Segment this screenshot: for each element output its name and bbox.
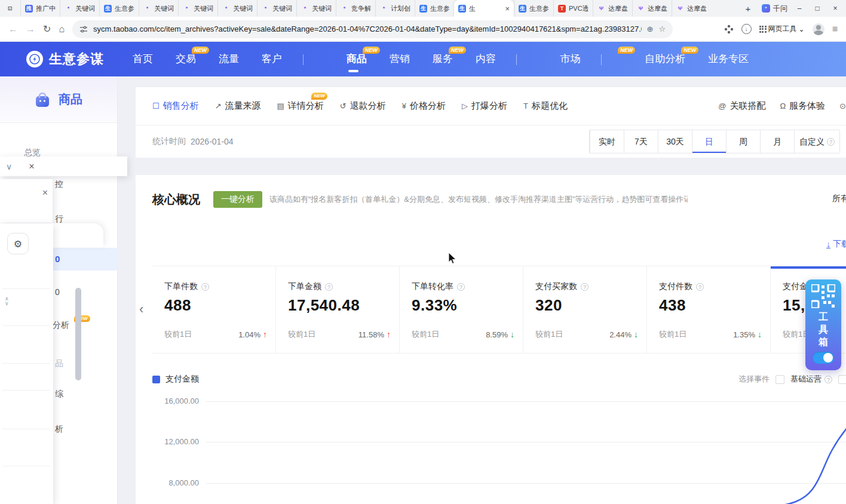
analysis-link[interactable]: ⊙: [839, 102, 846, 110]
browser-tab[interactable]: ⊡: [2, 0, 20, 17]
browser-tab[interactable]: 生 生 ×: [454, 0, 514, 17]
metric-card[interactable]: 下单件数? 488 较前1日 1.04%↑: [152, 266, 276, 353]
window-close-button[interactable]: ×: [829, 4, 841, 13]
browser-tab[interactable]: 生 生意参: [99, 0, 139, 17]
compare-label: 较前1日: [288, 329, 315, 340]
legend-label[interactable]: 支付金额: [165, 374, 199, 385]
browser-tab[interactable]: Ψ 达摩盘: [672, 0, 711, 17]
stat-date-value[interactable]: 2026-01-04: [191, 137, 234, 146]
analysis-link[interactable]: Ω 服务体验: [780, 100, 825, 112]
analysis-tab[interactable]: ☐ 销售分析: [152, 100, 199, 112]
event-checkbox[interactable]: [776, 375, 784, 384]
nav-item[interactable]: 市场 NEW: [560, 42, 622, 76]
site-settings-icon[interactable]: [79, 25, 88, 33]
browser-tab[interactable]: * 关键词: [178, 0, 217, 17]
analysis-tab[interactable]: ↺ 退款分析: [340, 100, 386, 112]
browser-tab[interactable]: 生 生意参: [415, 0, 454, 17]
browser-tab[interactable]: 生 生意参: [514, 0, 553, 17]
new-badge: NEW: [449, 47, 466, 54]
analysis-tab[interactable]: ↗ 流量来源: [215, 100, 261, 112]
extensions-icon[interactable]: [724, 24, 734, 34]
one-click-analyze-button[interactable]: 一键分析: [213, 191, 262, 208]
analysis-tab[interactable]: T 标题优化: [523, 100, 568, 112]
bookmark-star-icon[interactable]: ☆: [658, 24, 666, 33]
browser-tab[interactable]: * 关键词: [296, 0, 336, 17]
date-range-button[interactable]: 自定义 ?: [794, 130, 839, 153]
more-link[interactable]: 所有: [832, 193, 846, 204]
date-range-button[interactable]: 日: [692, 130, 726, 153]
analysis-tab[interactable]: ▤ 详情分析 NEW: [277, 100, 324, 112]
date-range-button[interactable]: 实时: [590, 130, 624, 153]
browser-tab[interactable]: * 关键词: [60, 0, 99, 17]
nav-item[interactable]: 交易 NEW: [176, 42, 196, 76]
metric-card[interactable]: 支付件数? 438 较前1日 1.35%↓: [647, 266, 771, 353]
sidebar-item-partial[interactable]: 析: [55, 424, 63, 435]
nav-item[interactable]: 营销: [390, 42, 410, 76]
nav-item[interactable]: 首页: [133, 42, 153, 76]
date-range-button[interactable]: 周: [726, 130, 760, 153]
web-tools-button[interactable]: 网页工具 ⌄: [759, 24, 805, 34]
sidebar-item-partial[interactable]: 品: [55, 358, 63, 369]
address-bar[interactable]: sycm.taobao.com/cc/item_archives?activeK…: [72, 20, 673, 38]
window-maximize-button[interactable]: □: [811, 4, 823, 13]
menu-icon[interactable]: ≡: [832, 24, 838, 35]
assistant-button[interactable]: * 千问: [762, 4, 787, 14]
collapse-chevron-icon[interactable]: ∨: [6, 162, 12, 171]
browser-tab[interactable]: 推 推广中: [20, 0, 60, 17]
event-checkbox-2[interactable]: [838, 375, 846, 384]
download-link[interactable]: ↓下载: [826, 239, 846, 250]
new-tab-button[interactable]: +: [740, 1, 756, 16]
sidebar-item-partial[interactable]: 综: [55, 389, 63, 399]
downloads-icon[interactable]: ↓: [741, 24, 752, 34]
profile-avatar[interactable]: [813, 23, 824, 35]
browser-tab[interactable]: Ψ 达摩盘: [593, 0, 632, 17]
close-icon[interactable]: ×: [42, 188, 48, 198]
date-range-button[interactable]: 30天: [658, 130, 692, 153]
browser-tab[interactable]: T PVC透: [553, 0, 593, 17]
toolbox-widget[interactable]: 工具箱: [805, 279, 841, 370]
browser-tab[interactable]: Ψ 达摩盘: [632, 0, 672, 17]
close-icon[interactable]: ×: [29, 161, 34, 172]
metric-card[interactable]: 下单金额? 17,540.48 较前1日 11.58%↑: [276, 266, 400, 353]
nav-item[interactable]: 客户: [262, 42, 324, 76]
analysis-tab[interactable]: ▷ 打爆分析: [462, 100, 507, 112]
sidebar-item-partial[interactable]: 0: [55, 287, 60, 297]
browser-tab[interactable]: * 关键词: [257, 0, 296, 17]
browser-tab-bar: ⊡ 推 推广中 * 关键词 生 生意参 *: [0, 0, 846, 17]
window-minimize-button[interactable]: –: [793, 4, 805, 13]
nav-item[interactable]: 自助分析 NEW: [645, 42, 685, 76]
back-icon[interactable]: ←: [8, 24, 18, 35]
scrollbar-thumb[interactable]: [75, 288, 81, 380]
nav-item[interactable]: 商品 NEW: [347, 42, 367, 76]
home-icon[interactable]: ⌂: [59, 24, 65, 35]
zoom-page-icon[interactable]: ⊕: [647, 24, 654, 33]
browser-tab[interactable]: * 计划创: [375, 0, 415, 17]
analysis-link[interactable]: @ 关联搭配: [718, 100, 765, 112]
tab-favicon: T: [558, 5, 566, 13]
toolbox-toggle[interactable]: [813, 352, 834, 364]
sidebar-item-partial[interactable]: 控: [55, 179, 63, 190]
gear-icon[interactable]: ⚙: [7, 233, 29, 254]
analysis-tab[interactable]: ¥ 价格分析: [402, 100, 446, 112]
forward-icon[interactable]: →: [26, 24, 35, 35]
reload-icon[interactable]: ↻: [43, 23, 51, 35]
nav-item[interactable]: 流量: [219, 42, 239, 76]
browser-tab[interactable]: * 关键词: [139, 0, 178, 17]
cards-prev-chevron-icon[interactable]: ‹: [139, 302, 143, 317]
tab-favicon: 生: [519, 5, 526, 13]
brand[interactable]: 生意参谋: [26, 50, 104, 68]
browser-tab[interactable]: * 关键词: [217, 0, 257, 17]
metric-card[interactable]: 支付买家数? 320 较前1日 2.44%↓: [523, 266, 647, 353]
url-text[interactable]: sycm.taobao.com/cc/item_archives?activeK…: [93, 24, 641, 33]
metric-card[interactable]: 下单转化率? 9.33% 较前1日 8.59%↓: [400, 266, 523, 353]
nav-item[interactable]: 内容: [476, 42, 538, 76]
nav-item[interactable]: 业务专区: [708, 42, 749, 76]
tab-close-icon[interactable]: ×: [505, 4, 510, 13]
date-range-button[interactable]: 7天: [624, 130, 658, 153]
expand-collapse-icon[interactable]: ∧∨: [5, 296, 9, 306]
browser-tab[interactable]: * 竞争解: [336, 0, 375, 17]
nav-item[interactable]: 服务 NEW: [433, 42, 453, 76]
date-range-button[interactable]: 月: [760, 130, 794, 153]
tab-favicon: *: [301, 5, 309, 13]
sidebar-item-partial[interactable]: 分析NEW: [53, 320, 69, 331]
